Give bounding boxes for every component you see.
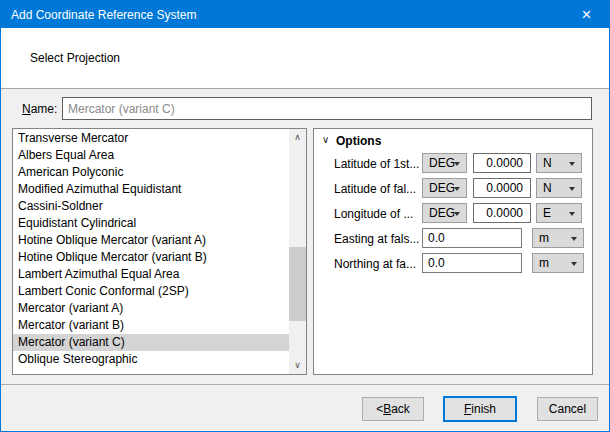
list-item[interactable]: Mercator (variant B) (13, 317, 289, 334)
dropdown-arrow-icon (569, 162, 575, 166)
param-row: Easting at fals... m (314, 228, 592, 248)
titlebar: Add Coordinate Reference System × (1, 1, 609, 29)
scrollbar-thumb[interactable] (289, 247, 306, 321)
angle-value-input[interactable] (473, 153, 531, 173)
angle-unit-dropdown[interactable]: DEG (422, 153, 467, 173)
name-input[interactable] (62, 97, 592, 120)
param-label: Longitude of ... (334, 207, 422, 221)
back-button[interactable]: < Back (362, 397, 424, 421)
list-item[interactable]: Hotine Oblique Mercator (variant B) (13, 249, 289, 266)
param-label: Latitude of 1st... (334, 157, 422, 171)
name-label: Name: (22, 102, 57, 116)
param-row: Latitude of 1st... DEG N (314, 153, 592, 173)
list-item[interactable]: Albers Equal Area (13, 147, 289, 164)
finish-button[interactable]: Finish (443, 396, 517, 422)
scrollbar-track[interactable]: ∧ ∨ (289, 129, 306, 374)
list-item[interactable]: Cassini-Soldner (13, 198, 289, 215)
wizard-step-header: Select Projection (1, 28, 609, 89)
collapse-chevron-icon: ∨ (322, 134, 329, 145)
footer-divider (1, 384, 609, 385)
projection-list-box: Transverse MercatorAlbers Equal AreaAmer… (12, 128, 307, 375)
list-item[interactable]: Mercator (variant C) (13, 334, 289, 351)
linear-unit-dropdown[interactable]: m (532, 253, 584, 273)
dropdown-arrow-icon (454, 162, 460, 166)
list-item[interactable]: Lambert Conic Conformal (2SP) (13, 283, 289, 300)
dropdown-arrow-icon (454, 212, 460, 216)
easting-value-input[interactable] (422, 228, 522, 248)
hemisphere-dropdown[interactable]: E (536, 203, 582, 223)
dropdown-arrow-icon (569, 187, 575, 191)
close-button[interactable]: × (564, 1, 609, 29)
list-item[interactable]: Mercator (variant A) (13, 300, 289, 317)
cancel-button[interactable]: Cancel (537, 397, 598, 421)
list-item[interactable]: Modified Azimuthal Equidistant (13, 181, 289, 198)
param-row: Latitude of fal... DEG N (314, 178, 592, 198)
dropdown-arrow-icon (569, 212, 575, 216)
list-item[interactable]: Transverse Mercator (13, 130, 289, 147)
dropdown-arrow-icon (454, 187, 460, 191)
list-item[interactable]: Hotine Oblique Mercator (variant A) (13, 232, 289, 249)
param-label: Northing at fa... (334, 257, 422, 271)
wizard-step-title: Select Projection (1, 51, 120, 65)
list-item[interactable]: American Polyconic (13, 164, 289, 181)
list-item[interactable]: Oblique Stereographic (13, 351, 289, 368)
linear-unit-dropdown[interactable]: m (532, 228, 584, 248)
hemisphere-dropdown[interactable]: N (536, 178, 582, 198)
angle-unit-dropdown[interactable]: DEG (422, 203, 467, 223)
list-item[interactable]: Equidistant Cylindrical (13, 215, 289, 232)
param-row: Longitude of ... DEG E (314, 203, 592, 223)
options-section-header[interactable]: ∨ Options (314, 133, 592, 151)
options-title: Options (336, 134, 381, 148)
options-panel: ∨ Options Latitude of 1st... DEG N Latit… (313, 128, 593, 375)
angle-value-input[interactable] (473, 178, 531, 198)
close-icon: × (582, 5, 592, 25)
param-label: Latitude of fal... (334, 182, 422, 196)
scroll-up-icon: ∧ (294, 133, 301, 142)
param-label: Easting at fals... (334, 232, 422, 246)
list-item[interactable]: Lambert Azimuthal Equal Area (13, 266, 289, 283)
dropdown-arrow-icon (571, 262, 577, 266)
dropdown-arrow-icon (571, 237, 577, 241)
dialog-window: Add Coordinate Reference System × Select… (0, 0, 610, 432)
scroll-down-icon: ∨ (294, 361, 301, 370)
scroll-down-button[interactable]: ∨ (289, 357, 306, 374)
northing-value-input[interactable] (422, 253, 522, 273)
window-title: Add Coordinate Reference System (1, 8, 196, 22)
param-row: Northing at fa... m (314, 253, 592, 273)
scroll-up-button[interactable]: ∧ (289, 129, 306, 146)
angle-unit-dropdown[interactable]: DEG (422, 178, 467, 198)
angle-value-input[interactable] (473, 203, 531, 223)
hemisphere-dropdown[interactable]: N (536, 153, 582, 173)
projection-list: Transverse MercatorAlbers Equal AreaAmer… (13, 130, 289, 374)
